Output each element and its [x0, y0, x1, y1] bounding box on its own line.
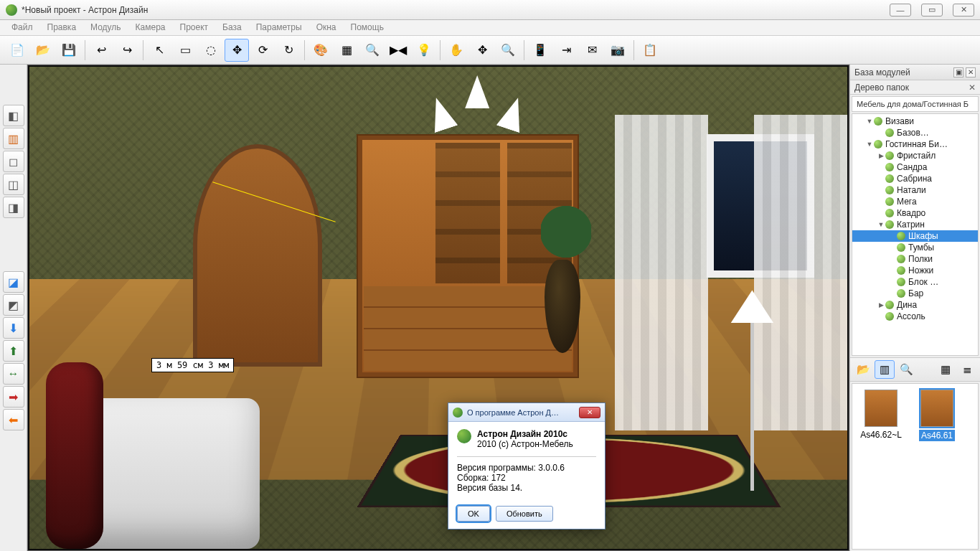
catalog-item[interactable]: As46.62~L	[858, 390, 904, 441]
pointer-button[interactable]: ↖	[147, 39, 171, 62]
window-title: *Новый проект - Астрон Дизайн	[22, 5, 148, 15]
about-dialog-close-button[interactable]: ✕	[579, 407, 600, 418]
box-solid-tool-button[interactable]: ◧	[3, 105, 24, 126]
cut-gray-tool-button[interactable]: ◩	[3, 294, 24, 316]
tree-item[interactable]: Тумбы	[852, 242, 978, 253]
tree-item[interactable]: Шкафы	[852, 230, 978, 242]
tree-item[interactable]: Натали	[852, 184, 978, 196]
maximize-button[interactable]: ▭	[921, 4, 943, 17]
layer-left-orange-tool-button[interactable]: ⬅	[3, 409, 24, 430]
rotate-90-button[interactable]: ⟳	[250, 39, 275, 62]
flip-button[interactable]: ▶◀	[386, 39, 410, 62]
layer-mid-green-tool-button[interactable]: ↔	[3, 363, 24, 385]
menu-база[interactable]: База	[215, 20, 249, 35]
catalog-thumbnail	[920, 390, 953, 427]
layer-right-red-icon: ➡	[9, 390, 18, 404]
menu-правка[interactable]: Правка	[40, 20, 84, 35]
redo-button[interactable]: ↪	[115, 39, 139, 62]
view-list-button[interactable]: ≣	[957, 360, 977, 379]
tree-item[interactable]: ▶Дина	[852, 299, 978, 311]
layer-down-blue-tool-button[interactable]: ⬇	[3, 317, 24, 339]
zoom-area-button[interactable]: 🔍	[360, 39, 385, 62]
zoom-button[interactable]: 🔍	[496, 39, 520, 62]
cube-back-tool-button[interactable]: ◫	[3, 174, 24, 195]
tree-item-label: Блок …	[908, 277, 938, 287]
select-lasso-button[interactable]: ◌	[199, 39, 223, 62]
menu-камера[interactable]: Камера	[128, 20, 173, 35]
panel-pin-button[interactable]: ▣	[953, 67, 963, 77]
about-dialog-icon	[453, 408, 463, 418]
tree-item[interactable]: Полки	[852, 253, 978, 265]
open-button[interactable]: 📂	[31, 39, 55, 62]
texture-button[interactable]: ▦	[334, 39, 359, 62]
menu-проект[interactable]: Проект	[173, 20, 216, 35]
tree-item[interactable]: Сабрина	[852, 173, 978, 184]
folder-tree[interactable]: ▼Визави Базов…▼Гостинная Би…▶Фристайл Са…	[852, 113, 979, 356]
tree-item[interactable]: Квадро	[852, 207, 978, 219]
tree-arrow-icon: ▼	[865, 118, 874, 125]
box-solid-icon: ◧	[8, 109, 19, 123]
light-icon: 💡	[417, 43, 431, 57]
mail-button[interactable]: ✉	[580, 39, 604, 62]
layer-up-green-tool-button[interactable]: ⬆	[3, 340, 24, 362]
box-wood-tool-button[interactable]: ▥	[3, 128, 24, 149]
menu-файл[interactable]: Файл	[4, 20, 40, 35]
open-icon: 📂	[36, 43, 50, 57]
tree-item[interactable]: ▶Фристайл	[852, 150, 978, 161]
catalog-item[interactable]: As46.61	[914, 390, 960, 441]
rotate-button[interactable]: ↻	[276, 39, 301, 62]
rotate-90-icon: ⟳	[258, 43, 268, 57]
tree-item[interactable]: Блок …	[852, 276, 978, 288]
catalog-item-label: As46.62~L	[860, 430, 902, 440]
cut-blue-icon: ◪	[8, 276, 19, 289]
device-button[interactable]: 📱	[528, 39, 552, 62]
move3d-button[interactable]: ✥	[470, 39, 494, 62]
tree-item[interactable]: ▼Визави	[852, 116, 978, 127]
viewport-3d[interactable]: 3 м 59 см 3 мм О программе Астрон Д… ✕ А…	[27, 65, 849, 551]
new-button[interactable]: 📄	[5, 39, 29, 62]
select-rect-button[interactable]: ▭	[173, 39, 197, 62]
light-button[interactable]: 💡	[412, 39, 436, 62]
minimize-button[interactable]: ―	[890, 4, 911, 17]
tree-item[interactable]: Ассоль	[852, 311, 978, 322]
hand-button[interactable]: ✋	[444, 39, 468, 62]
cut-blue-tool-button[interactable]: ◪	[3, 271, 24, 293]
panel-close-button[interactable]: ✕	[966, 67, 976, 77]
about-dialog-titlebar[interactable]: О программе Астрон Д… ✕	[448, 403, 605, 422]
save-button[interactable]: 💾	[57, 39, 81, 62]
tree-item[interactable]: Ножки	[852, 265, 978, 276]
window-titlebar: *Новый проект - Астрон Дизайн ― ▭ ✕	[0, 0, 980, 20]
close-button[interactable]: ✕	[953, 4, 974, 17]
tree-item[interactable]: ▼Гостинная Би…	[852, 138, 978, 150]
up-folder-button[interactable]: 📂	[853, 360, 873, 379]
palette-button[interactable]: 🎨	[308, 39, 333, 62]
folder-icon	[885, 209, 894, 217]
menu-модуль[interactable]: Модуль	[83, 20, 128, 35]
about-update-button[interactable]: Обновить	[496, 506, 553, 522]
report-button[interactable]: 📋	[638, 39, 662, 62]
about-ok-button[interactable]: OK	[457, 506, 490, 522]
folder-tree-close-button[interactable]: ✕	[969, 83, 976, 93]
tree-item[interactable]: Сандра	[852, 161, 978, 173]
about-dialog-title: О программе Астрон Д…	[467, 408, 559, 417]
search-button[interactable]: 🔍	[896, 360, 916, 379]
tree-item[interactable]: Бар	[852, 288, 978, 299]
scene: 3 м 59 см 3 мм	[29, 67, 847, 549]
move-button[interactable]: ✥	[225, 39, 249, 62]
tree-item[interactable]: Базов…	[852, 127, 978, 138]
menu-параметры[interactable]: Параметры	[249, 20, 309, 35]
device-icon: 📱	[533, 43, 547, 57]
tree-item[interactable]: Мега	[852, 196, 978, 207]
view-icons-button[interactable]: ▦	[936, 360, 956, 379]
folder-breadcrumb[interactable]: Мебель для дома/Гостинная Б	[852, 96, 979, 112]
view-cabinet-button[interactable]: ▥	[875, 360, 895, 379]
menu-помощь[interactable]: Помощь	[344, 20, 391, 35]
cube-outline-tool-button[interactable]: ◻	[3, 151, 24, 172]
layer-right-red-tool-button[interactable]: ➡	[3, 386, 24, 408]
export-button[interactable]: ⇥	[554, 39, 578, 62]
undo-button[interactable]: ↩	[89, 39, 113, 62]
cube-side-tool-button[interactable]: ◨	[3, 197, 24, 218]
screenshot-button[interactable]: 📷	[606, 39, 630, 62]
menu-окна[interactable]: Окна	[309, 20, 344, 35]
tree-item[interactable]: ▼Катрин	[852, 219, 978, 230]
